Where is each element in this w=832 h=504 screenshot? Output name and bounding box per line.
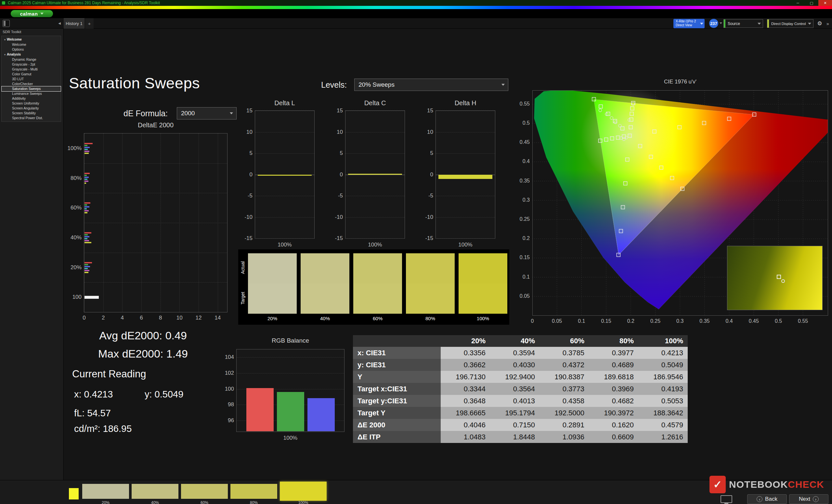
- calman-logo-text: calman: [20, 11, 38, 17]
- axis-tick-label: 4: [116, 315, 129, 321]
- notebookcheck-watermark: ✓ NOTEBOOKCHECK: [709, 476, 824, 493]
- axis-label: 100%: [345, 242, 405, 248]
- table-column-header: 40%: [490, 335, 540, 347]
- deltae-bar: [84, 178, 87, 180]
- rgb-bar-blue: [308, 398, 335, 431]
- sidebar-item-screen-angularity[interactable]: Screen Angularity: [2, 106, 61, 111]
- window-controls: ─ ▢ ✕: [791, 0, 832, 6]
- axis-tick-label: 0: [325, 171, 343, 178]
- source-dropdown-value: Source: [728, 22, 740, 26]
- table-cell: 0.4358: [540, 395, 589, 407]
- watermark-part2: CHECK: [788, 479, 824, 490]
- minimize-button[interactable]: ─: [791, 0, 805, 6]
- display-icon[interactable]: [721, 495, 732, 503]
- swatch-level-label: 20%: [248, 316, 297, 321]
- filmstrip-thumb-60[interactable]: [181, 484, 228, 499]
- current-patch-indicator[interactable]: [69, 488, 79, 500]
- deltae-bar: [84, 272, 88, 273]
- source-dropdown[interactable]: Source: [724, 19, 763, 28]
- close-button[interactable]: ✕: [818, 0, 832, 6]
- table-cell: 186.9546: [638, 371, 688, 383]
- next-button[interactable]: Next ›: [789, 494, 828, 504]
- expand-right-icon[interactable]: »: [825, 19, 831, 28]
- filmstrip-label: 100%: [280, 500, 327, 504]
- grid-line: [237, 357, 344, 358]
- table-cell: 195.1794: [490, 407, 540, 419]
- measurement-count-badge[interactable]: 237: [709, 19, 718, 28]
- add-tab-button[interactable]: +: [85, 18, 94, 29]
- axis-tick-label: 5: [234, 150, 253, 157]
- sidebar-item-color-gamut[interactable]: Color Gamut: [2, 72, 61, 77]
- collapse-sidebar-button[interactable]: ◀: [56, 21, 62, 26]
- row-label: Target y:CIE31: [353, 395, 441, 407]
- chevron-down-icon[interactable]: [720, 22, 722, 24]
- settings-gear-icon[interactable]: ⚙: [815, 19, 824, 28]
- rgb-bar-red: [246, 388, 274, 431]
- filmstrip-label: 20%: [82, 500, 129, 504]
- sidebar-item-spectral-power-dist[interactable]: Spectral Power Dist.: [2, 116, 61, 120]
- sidebar-panel-icon[interactable]: [3, 20, 10, 27]
- meter-button[interactable]: X-Rite i1Pro 2 Direct View: [673, 19, 705, 28]
- deltae-bar: [84, 210, 89, 212]
- filmstrip-thumb-20[interactable]: [82, 484, 129, 499]
- filmstrip-thumb-100[interactable]: [280, 482, 327, 501]
- table-cell: 190.8387: [540, 371, 589, 383]
- sidebar-item-dynamic-range[interactable]: Dynamic Range: [2, 57, 61, 62]
- deltae-bar: [84, 234, 88, 235]
- rgb-bar-green: [277, 392, 304, 431]
- sidebar: SDR Toolkit ▾WelcomeWelcomeOptions▾Analy…: [0, 29, 64, 480]
- rgb-balance-chart: 1041021009896100%: [236, 349, 344, 432]
- titlebar: Calman 2025 Calman Ultimate for Business…: [0, 0, 832, 6]
- delta-c-chart: 151050-5-10-15100%: [345, 110, 405, 239]
- sidebar-item-options[interactable]: Options: [2, 47, 61, 52]
- target-swatch: [406, 283, 455, 314]
- sidebar-item-saturation-sweeps[interactable]: Saturation Sweeps: [2, 86, 61, 91]
- levels-dropdown[interactable]: 20% Sweeps: [354, 79, 508, 91]
- axis-tick-label: 15: [415, 108, 433, 114]
- de-formula-dropdown[interactable]: 2000: [177, 107, 237, 119]
- axis-tick-label: 0.5: [512, 120, 530, 126]
- row-label: Target x:CIE31: [353, 383, 441, 395]
- grid-line: [84, 163, 227, 164]
- table-cell: 0.3969: [589, 383, 638, 395]
- sidebar-item-colorchecker[interactable]: ColorChecker: [2, 82, 61, 86]
- cie-chart-title: CIE 1976 u'v': [532, 79, 828, 85]
- sidebar-item-grayscale-multi[interactable]: Grayscale - Multi: [2, 67, 61, 72]
- axis-tick-label: 60%: [63, 204, 82, 211]
- deltae-bar: [84, 202, 90, 204]
- actual-swatch: [248, 253, 297, 283]
- sidebar-item-welcome[interactable]: Welcome: [2, 42, 61, 47]
- deltae-bar: [84, 238, 87, 239]
- axis-tick-label: 96: [216, 417, 234, 424]
- sidebar-item-screen-uniformity[interactable]: Screen Uniformity: [2, 101, 61, 106]
- calman-menu-button[interactable]: calman: [11, 10, 53, 17]
- back-button[interactable]: ‹ Back: [747, 494, 787, 504]
- group-label: Analysis: [7, 52, 21, 56]
- source-status-accent: [724, 20, 725, 28]
- rainbow-strip: [0, 6, 832, 9]
- display-control-dropdown[interactable]: Direct Display Control: [767, 19, 813, 28]
- maximize-button[interactable]: ▢: [805, 0, 818, 6]
- axis-tick-label: 0.05: [547, 318, 567, 324]
- sidebar-item-grayscale-2pt[interactable]: Grayscale - 2pt: [2, 62, 61, 67]
- max-de2000-stat: Max dE2000: 1.49: [72, 347, 214, 360]
- sidebar-group-welcome[interactable]: ▾Welcome: [2, 37, 61, 42]
- sidebar-item-3d-lut[interactable]: 3D LUT: [2, 77, 61, 82]
- table-cell: 0.6609: [589, 431, 638, 443]
- sidebar-group-analysis[interactable]: ▾Analysis: [2, 52, 61, 57]
- table-cell: 198.6665: [441, 407, 490, 419]
- sidebar-item-luminance-sweeps[interactable]: Luminance Sweeps: [2, 91, 61, 96]
- filmstrip-thumb-40[interactable]: [132, 484, 178, 499]
- table-cell: 1.0483: [441, 431, 490, 443]
- table-column-header: 80%: [589, 335, 638, 347]
- deltae-bar: [84, 264, 88, 265]
- target-row-label: Target: [240, 288, 245, 308]
- filmstrip-thumb-80[interactable]: [230, 484, 277, 499]
- sidebar-item-additivity[interactable]: Additivity: [2, 96, 61, 101]
- deltae-bar: [84, 173, 90, 174]
- axis-tick-label: 0.45: [744, 318, 763, 324]
- delta-l-chart: 151050-5-10-15100%: [255, 110, 315, 239]
- tab-history-1[interactable]: History 1: [64, 18, 84, 29]
- sidebar-item-screen-stability[interactable]: Screen Stability: [2, 111, 61, 116]
- chevron-down-icon: [808, 23, 811, 25]
